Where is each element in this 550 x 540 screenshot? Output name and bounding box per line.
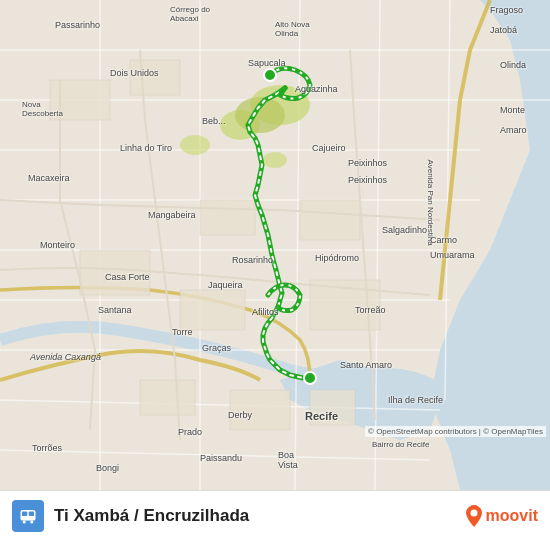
- bus-icon: [12, 500, 44, 532]
- map-area[interactable]: Córrego doAbacaxi Passarinho Alto NovaOl…: [0, 0, 550, 490]
- svg-rect-30: [310, 390, 355, 425]
- svg-rect-25: [80, 250, 150, 295]
- svg-rect-28: [140, 380, 195, 415]
- route-name: Ti Xambá / Encruzilhada: [54, 506, 455, 526]
- svg-point-36: [23, 520, 26, 523]
- svg-rect-29: [230, 390, 290, 430]
- svg-rect-35: [29, 511, 34, 516]
- svg-point-37: [30, 520, 33, 523]
- svg-rect-26: [180, 290, 245, 330]
- svg-point-39: [470, 509, 477, 516]
- svg-rect-22: [130, 60, 180, 95]
- svg-point-18: [235, 97, 285, 133]
- map-attribution: © OpenStreetMap contributors | © OpenMap…: [365, 426, 546, 437]
- svg-rect-38: [21, 517, 36, 520]
- bottom-bar: Ti Xambá / Encruzilhada moovit: [0, 490, 550, 540]
- svg-point-20: [263, 152, 287, 168]
- moovit-logo: moovit: [465, 505, 538, 527]
- svg-point-19: [180, 135, 210, 155]
- moovit-text: moovit: [486, 507, 538, 525]
- svg-rect-23: [200, 200, 255, 235]
- svg-rect-24: [300, 200, 360, 240]
- svg-rect-34: [22, 511, 27, 516]
- map-container: Córrego doAbacaxi Passarinho Alto NovaOl…: [0, 0, 550, 540]
